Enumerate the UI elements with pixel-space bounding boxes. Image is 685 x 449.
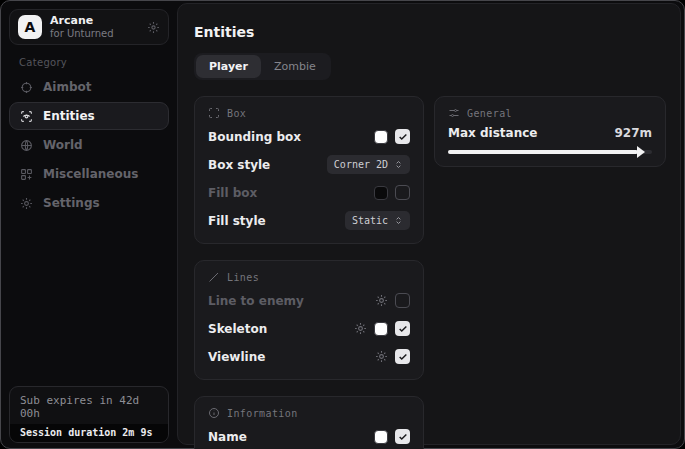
gear-icon[interactable] <box>375 350 388 363</box>
content-columns: Box Bounding box Box style <box>192 96 666 449</box>
row-line-to-enemy: Line to enemy <box>208 290 410 311</box>
gear-icon[interactable] <box>375 294 388 307</box>
sliders-icon <box>448 107 460 119</box>
row-label: Line to enemy <box>208 294 304 308</box>
max-distance-slider[interactable] <box>448 150 652 154</box>
crosshair-icon <box>20 81 33 94</box>
dropdown-value: Static <box>352 215 388 226</box>
color-swatch[interactable] <box>374 322 388 336</box>
row-max-distance: Max distance 927m <box>448 126 652 140</box>
row-bounding-box: Bounding box <box>208 126 410 147</box>
sidebar-nav: Aimbot Entities World <box>9 73 169 218</box>
sidebar-item-aimbot[interactable]: Aimbot <box>9 73 169 101</box>
pencil-line-icon <box>208 271 220 283</box>
checkbox-unchecked[interactable] <box>395 185 410 200</box>
checkbox-checked[interactable] <box>395 429 410 444</box>
branch-icon <box>20 168 33 181</box>
left-column: Box Bounding box Box style <box>194 96 424 449</box>
tab-player[interactable]: Player <box>196 55 261 78</box>
session-duration-text: Session duration 2m 9s <box>10 424 168 442</box>
main-panel: Entities Player Zombie Box <box>177 3 681 445</box>
box-section: Box Bounding box Box style <box>194 96 424 244</box>
row-skeleton: Skeleton <box>208 318 410 339</box>
row-label: Viewline <box>208 350 265 364</box>
checkbox-checked[interactable] <box>395 321 410 336</box>
sidebar-item-label: Aimbot <box>43 80 91 94</box>
row-fill-style: Fill style Static <box>208 210 410 231</box>
section-title: General <box>467 108 512 119</box>
right-column: General Max distance 927m <box>434 96 666 183</box>
checkbox-unchecked[interactable] <box>395 293 410 308</box>
sidebar-item-settings[interactable]: Settings <box>9 189 169 217</box>
box-section-header: Box <box>208 107 410 119</box>
general-section: General Max distance 927m <box>434 96 666 167</box>
row-label: Max distance <box>448 126 537 140</box>
sidebar: A Arcane for Unturned Category Aimbot <box>1 1 177 448</box>
chevrons-up-down-icon <box>394 159 403 170</box>
color-swatch[interactable] <box>374 186 388 200</box>
checkbox-checked[interactable] <box>395 349 410 364</box>
app-title: Arcane <box>50 15 147 28</box>
color-swatch[interactable] <box>374 430 388 444</box>
gear-icon <box>20 197 33 210</box>
app-logo: A <box>18 15 42 39</box>
box-style-dropdown[interactable]: Corner 2D <box>327 155 410 174</box>
row-viewline: Viewline <box>208 346 410 367</box>
row-box-style: Box style Corner 2D <box>208 154 410 175</box>
section-title: Box <box>227 108 246 119</box>
checkbox-checked[interactable] <box>395 129 410 144</box>
info-icon <box>208 407 220 419</box>
category-label: Category <box>19 57 67 68</box>
box-corners-icon <box>208 107 220 119</box>
fill-style-dropdown[interactable]: Static <box>345 211 410 230</box>
information-section-header: Information <box>208 407 410 419</box>
section-title: Lines <box>227 272 259 283</box>
page-title: Entities <box>194 24 666 40</box>
sidebar-item-label: Entities <box>43 109 95 123</box>
sidebar-item-entities[interactable]: Entities <box>9 102 169 130</box>
subscription-card: Sub expires in 42d 00h Session duration … <box>9 386 169 443</box>
row-label: Fill box <box>208 186 257 200</box>
general-section-header: General <box>448 107 652 119</box>
slider-fill[interactable] <box>448 150 638 154</box>
gear-icon[interactable] <box>147 21 160 34</box>
sidebar-item-label: World <box>43 138 83 152</box>
lines-section: Lines Line to enemy Skeleton <box>194 260 424 380</box>
section-title: Information <box>227 408 298 419</box>
gear-icon[interactable] <box>354 322 367 335</box>
row-label: Box style <box>208 158 270 172</box>
scan-eye-icon <box>20 110 33 123</box>
sidebar-item-miscellaneous[interactable]: Miscellaneous <box>9 160 169 188</box>
information-section: Information Name Distance <box>194 396 424 449</box>
row-label: Name <box>208 430 247 444</box>
row-name: Name <box>208 426 410 447</box>
sidebar-item-world[interactable]: World <box>9 131 169 159</box>
tab-zombie[interactable]: Zombie <box>261 55 329 78</box>
app-subtitle: for Unturned <box>50 28 147 40</box>
row-fill-box: Fill box <box>208 182 410 203</box>
row-label: Fill style <box>208 214 266 228</box>
entity-tabs: Player Zombie <box>194 53 331 80</box>
sub-expiry-text: Sub expires in 42d 00h <box>10 387 168 424</box>
sidebar-item-label: Miscellaneous <box>43 167 138 181</box>
sidebar-item-label: Settings <box>43 196 100 210</box>
brand-card: A Arcane for Unturned <box>9 9 169 45</box>
dropdown-value: Corner 2D <box>334 159 388 170</box>
globe-icon <box>20 139 33 152</box>
lines-section-header: Lines <box>208 271 410 283</box>
app-window: A Arcane for Unturned Category Aimbot <box>0 0 685 449</box>
chevrons-up-down-icon <box>394 215 403 226</box>
row-label: Bounding box <box>208 130 301 144</box>
max-distance-value: 927m <box>614 126 652 140</box>
brand-text: Arcane for Unturned <box>50 15 147 39</box>
color-swatch[interactable] <box>374 130 388 144</box>
row-label: Skeleton <box>208 322 267 336</box>
